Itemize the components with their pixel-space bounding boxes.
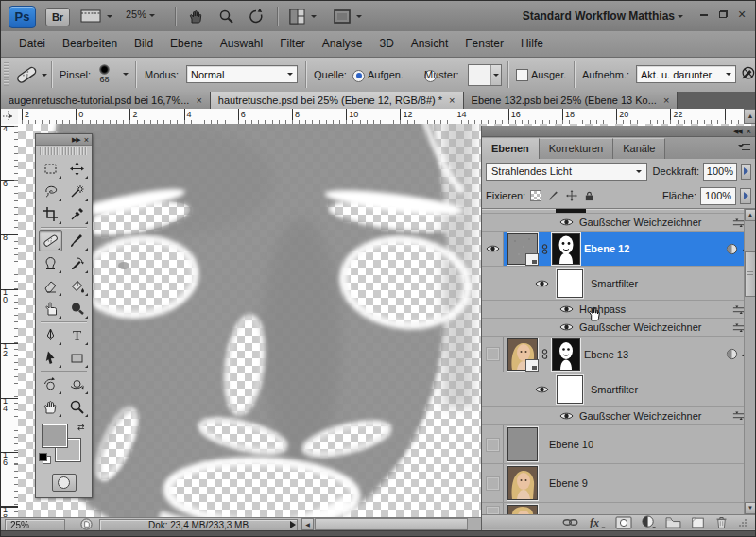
menu-analyse[interactable]: Analyse bbox=[314, 31, 371, 57]
new-layer-button[interactable] bbox=[691, 516, 705, 529]
quick-mask-button[interactable] bbox=[52, 474, 77, 492]
tool-brush[interactable] bbox=[65, 230, 89, 251]
aligned-checkbox[interactable] bbox=[516, 69, 528, 81]
tool-lasso[interactable] bbox=[39, 181, 62, 202]
swap-colors-icon[interactable]: ⇄ bbox=[77, 423, 85, 432]
layer-row-ebene-9[interactable]: Ebene 9 bbox=[482, 464, 755, 503]
fill-field[interactable]: 100% bbox=[700, 187, 736, 205]
workspace-switcher[interactable]: Standard Workflow Matthias bbox=[523, 1, 683, 31]
scroll-up-button[interactable]: ▲ bbox=[745, 209, 755, 221]
horizontal-scrollbar[interactable]: ◀ bbox=[301, 518, 481, 530]
mode-select[interactable]: Normal bbox=[186, 65, 298, 83]
collapse-dock-icon[interactable]: ◀◀ bbox=[733, 128, 742, 135]
layer-thumbnail[interactable] bbox=[507, 338, 538, 371]
panel-tab-kan-le[interactable]: Kanäle bbox=[613, 138, 665, 159]
sample-select[interactable]: Akt. u. darunter bbox=[636, 65, 736, 83]
lock-paint-icon[interactable] bbox=[547, 190, 559, 202]
visibility-eye-icon[interactable] bbox=[559, 304, 574, 314]
document-tab-2[interactable]: Ebene 132.psb bei 25% (Ebene 13 Ko...× bbox=[464, 92, 679, 109]
tool-magic-wand[interactable] bbox=[65, 181, 89, 202]
tool-clone-stamp[interactable] bbox=[39, 252, 62, 274]
visibility-eye-icon[interactable] bbox=[535, 385, 549, 394]
tool-type[interactable]: T bbox=[65, 324, 89, 346]
tool-eraser[interactable] bbox=[39, 275, 62, 297]
visibility-eye-icon[interactable] bbox=[559, 322, 574, 332]
fill-slider-button[interactable] bbox=[740, 188, 751, 204]
menu-bearbeiten[interactable]: Bearbeiten bbox=[54, 31, 126, 57]
tab-close-icon[interactable]: × bbox=[663, 95, 669, 105]
smart-filter-badge-icon[interactable] bbox=[726, 348, 738, 360]
layer-mask-thumbnail[interactable] bbox=[552, 338, 580, 371]
tab-close-icon[interactable]: × bbox=[196, 95, 201, 105]
toolbox-grip[interactable] bbox=[40, 147, 88, 155]
layer-thumbnail[interactable] bbox=[507, 427, 538, 461]
status-menu-arrow[interactable] bbox=[290, 520, 296, 530]
close-button[interactable]: × bbox=[734, 9, 749, 22]
link-layers-button[interactable] bbox=[561, 517, 579, 528]
menu-ansicht[interactable]: Ansicht bbox=[403, 31, 456, 57]
visibility-toggle[interactable] bbox=[482, 464, 504, 502]
zoom-tool-icon[interactable] bbox=[218, 8, 234, 25]
visibility-eye-icon[interactable] bbox=[535, 279, 549, 288]
filter-mask-thumbnail[interactable] bbox=[557, 269, 583, 298]
panel-menu-icon[interactable] bbox=[735, 143, 750, 153]
layer-name[interactable]: Ebene 12 bbox=[584, 243, 722, 254]
lock-transparency-icon[interactable] bbox=[529, 190, 541, 202]
lock-all-icon[interactable] bbox=[583, 190, 595, 202]
menu-fenster[interactable]: Fenster bbox=[456, 31, 512, 57]
mask-link-icon[interactable] bbox=[541, 348, 548, 360]
layer-row-ebene-10[interactable]: Ebene 10 bbox=[482, 425, 755, 464]
mask-link-icon[interactable] bbox=[541, 243, 548, 255]
tool-history-brush[interactable] bbox=[65, 252, 89, 274]
menu-datei[interactable]: Datei bbox=[10, 31, 54, 57]
smart-filter-badge-icon[interactable] bbox=[726, 243, 738, 255]
opacity-field[interactable]: 100% bbox=[703, 163, 737, 181]
layer-thumbnail[interactable] bbox=[507, 505, 538, 515]
panel-tab-korrekturen[interactable]: Korrekturen bbox=[540, 138, 613, 159]
scroll-left-button[interactable]: ◀ bbox=[301, 518, 314, 530]
close-panel-icon[interactable]: × bbox=[84, 135, 89, 145]
tool-3d-orbit[interactable] bbox=[65, 373, 89, 395]
opacity-slider-button[interactable] bbox=[741, 164, 751, 180]
ruler-origin-corner[interactable] bbox=[1, 109, 19, 125]
layer-row-ebene-12[interactable]: Ebene 12 bbox=[482, 232, 755, 267]
visibility-toggle[interactable] bbox=[482, 425, 504, 463]
rotate-view-icon[interactable] bbox=[248, 8, 265, 25]
tool-move[interactable] bbox=[65, 158, 89, 180]
visibility-toggle[interactable] bbox=[482, 232, 504, 266]
layers-scrollbar[interactable]: ▲ ▼ bbox=[744, 209, 755, 514]
scrollbar-thumb[interactable] bbox=[745, 251, 755, 297]
document-tab-0[interactable]: augenretusche-tutorial.psd bei 16,7%...× bbox=[1, 92, 211, 109]
smart-filter-mask-row[interactable]: Smartfilter bbox=[482, 267, 755, 301]
smart-filter-item[interactable]: Gaußscher Weichzeichner bbox=[482, 214, 755, 232]
tool-healing-brush[interactable] bbox=[39, 230, 62, 251]
document-status-icon[interactable] bbox=[80, 518, 93, 530]
layer-mask-thumbnail[interactable] bbox=[552, 233, 580, 265]
hand-tool-icon[interactable] bbox=[188, 8, 204, 25]
smart-filter-mask-row[interactable]: Smartfilter bbox=[482, 372, 755, 407]
adjustment-layer-button[interactable] bbox=[642, 515, 656, 529]
document-tab-1[interactable]: hautretusche.psd bei 25% (Ebene 12, RGB/… bbox=[211, 92, 464, 109]
new-group-button[interactable] bbox=[665, 516, 681, 528]
tool-rectangular-marquee[interactable] bbox=[39, 158, 62, 180]
tool-paint-bucket[interactable] bbox=[65, 275, 89, 297]
brush-picker-caret-icon[interactable] bbox=[123, 73, 129, 76]
blend-mode-select[interactable]: Strahlendes Licht bbox=[486, 163, 647, 181]
tool-rectangle-shape[interactable] bbox=[65, 347, 89, 369]
add-layer-mask-button[interactable] bbox=[615, 516, 632, 529]
panel-resize-grip[interactable] bbox=[738, 518, 747, 528]
smart-filter-item-hochpass[interactable]: Hochpass bbox=[482, 301, 755, 319]
zoom-level-field[interactable]: 25% bbox=[126, 9, 155, 20]
smart-filter-item[interactable]: Gaußscher Weichzeichner bbox=[482, 407, 755, 425]
tool-path-selection[interactable] bbox=[39, 347, 62, 369]
menu-bild[interactable]: Bild bbox=[126, 31, 162, 57]
menu-auswahl[interactable]: Auswahl bbox=[212, 31, 271, 57]
collapse-panel-icon[interactable]: ▶▶ bbox=[72, 135, 80, 145]
menu-ebene[interactable]: Ebene bbox=[162, 31, 212, 57]
ignore-adjustment-layers-icon[interactable] bbox=[740, 66, 755, 81]
layer-name[interactable]: Ebene 9 bbox=[549, 477, 588, 489]
tool-crop[interactable] bbox=[39, 203, 62, 225]
scroll-down-button[interactable]: ▼ bbox=[745, 502, 755, 514]
tool-hand[interactable] bbox=[39, 396, 62, 418]
foreground-color-swatch[interactable] bbox=[43, 424, 67, 447]
